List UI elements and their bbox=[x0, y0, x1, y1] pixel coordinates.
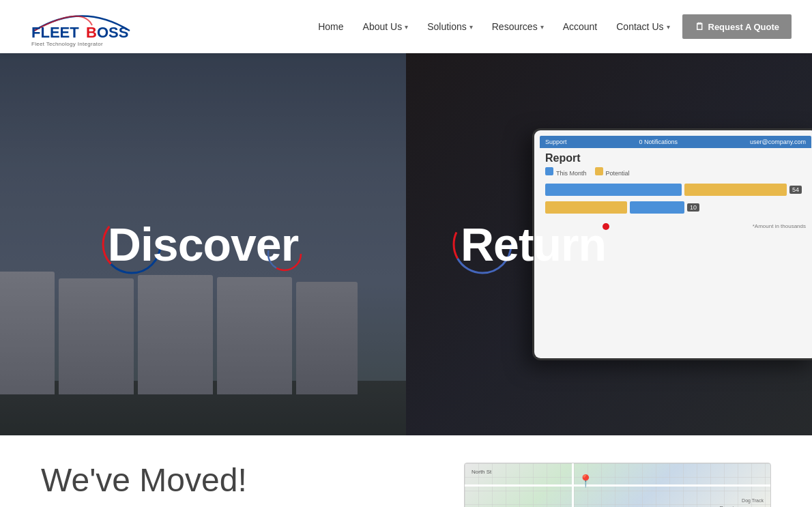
map-section: 📍 North St Revain Dog Track 220 E Centra… bbox=[464, 463, 771, 507]
return-text: Return bbox=[461, 218, 606, 270]
map-placeholder: 📍 North St Revain Dog Track bbox=[464, 463, 771, 507]
request-quote-button[interactable]: 🗒 Request A Quote bbox=[682, 14, 792, 39]
nav-home[interactable]: Home bbox=[311, 17, 350, 36]
discover-overlay: Discover bbox=[108, 218, 298, 271]
svg-text:OSS: OSS bbox=[97, 24, 128, 41]
circle-deco-right bbox=[264, 233, 305, 274]
return-overlay: Return bbox=[461, 218, 606, 271]
document-icon: 🗒 bbox=[695, 21, 704, 32]
moved-heading: We've Moved! bbox=[41, 463, 423, 499]
nav-resources[interactable]: Resources ▾ bbox=[485, 17, 551, 36]
nav-solutions[interactable]: Solutions ▾ bbox=[420, 17, 480, 36]
svg-text:Fleet Technology Integrator: Fleet Technology Integrator bbox=[31, 41, 103, 47]
hero-right-panel: Support 0 Notifications user@company.com… bbox=[406, 53, 812, 435]
chevron-down-icon: ▾ bbox=[540, 23, 544, 31]
hero-section: Discover Support 0 Notifications user@co… bbox=[0, 53, 812, 435]
svg-text:FLEET: FLEET bbox=[31, 24, 79, 41]
tablet-report-title: Report bbox=[540, 148, 811, 167]
logo-svg: FLEET B OSS Fleet Technology Integrator bbox=[20, 5, 143, 49]
tablet-chart: 54 10 bbox=[540, 181, 811, 220]
tablet-header: Support 0 Notifications user@company.com bbox=[540, 136, 811, 148]
map-pin-icon: 📍 bbox=[578, 474, 593, 489]
tablet-legend: This Month Potential bbox=[540, 167, 811, 181]
moved-section: We've Moved! bbox=[41, 463, 423, 499]
chevron-down-icon: ▾ bbox=[405, 23, 408, 31]
svg-text:B: B bbox=[86, 24, 97, 41]
below-hero-section: We've Moved! 📍 North St Revain Dog Track… bbox=[0, 435, 812, 507]
chevron-down-icon: ▾ bbox=[469, 23, 473, 31]
main-nav: FLEET B OSS Fleet Technology Integrator … bbox=[0, 0, 812, 53]
chevron-down-icon: ▾ bbox=[667, 23, 670, 31]
nav-account[interactable]: Account bbox=[556, 17, 605, 36]
hero-left-panel: Discover bbox=[0, 53, 406, 435]
logo[interactable]: FLEET B OSS Fleet Technology Integrator bbox=[20, 5, 143, 49]
nav-links: Home About Us ▾ Solutions ▾ Resources ▾ … bbox=[311, 14, 792, 39]
nav-about[interactable]: About Us ▾ bbox=[356, 17, 416, 36]
nav-contact[interactable]: Contact Us ▾ bbox=[609, 17, 676, 36]
